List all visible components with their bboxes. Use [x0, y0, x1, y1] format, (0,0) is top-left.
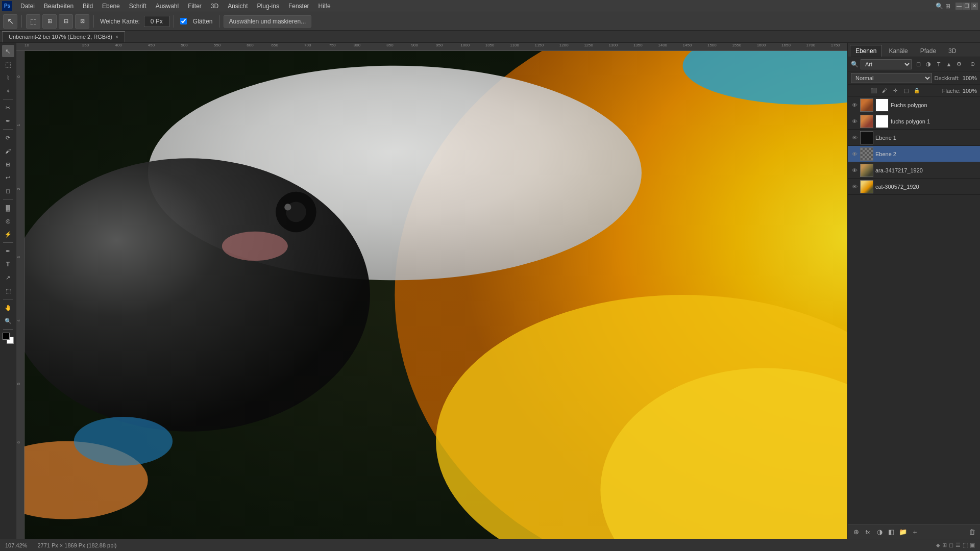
adjustment-layer-btn[interactable]: ◧	[886, 527, 896, 537]
path-select-tool[interactable]: ↗	[2, 271, 14, 284]
crop-tool[interactable]: ✂	[2, 102, 14, 114]
foreground-color-swatch[interactable]	[3, 333, 10, 340]
menu-bearbeiten[interactable]: Bearbeiten	[40, 2, 78, 11]
lock-pixels-btn[interactable]: 🖌	[880, 86, 889, 95]
hand-tool[interactable]: 🤚	[2, 302, 14, 314]
marquee-tool[interactable]: ⬚	[2, 58, 14, 70]
type-filter-btn[interactable]: T	[934, 60, 943, 69]
layer-visibility-eye[interactable]: 👁	[851, 151, 858, 158]
adjust-filter-btn[interactable]: ◑	[924, 60, 933, 69]
maximize-btn[interactable]: ❐	[963, 3, 970, 10]
dodge-tool[interactable]: ⚡	[2, 228, 14, 240]
menu-hilfe[interactable]: Hilfe	[314, 2, 335, 11]
layer-visibility-eye[interactable]: 👁	[851, 118, 858, 125]
menu-plugins[interactable]: Plug-ins	[253, 2, 283, 11]
auswahl-maskieren-btn[interactable]: Auswählen und maskieren...	[224, 15, 312, 28]
options-toolbar: ↖ ⬚ ⊞ ⊟ ⊠ Weiche Kante: Glätten Auswähle…	[0, 12, 980, 31]
brush-tool[interactable]: 🖌	[2, 145, 14, 157]
new-layer-btn[interactable]: ＋	[910, 527, 920, 537]
link-layers-btn[interactable]: ⊕	[851, 527, 861, 537]
move-tool[interactable]: ↖	[2, 45, 14, 57]
canvas-area[interactable]	[24, 51, 847, 539]
eyedropper-tool[interactable]: ✒	[2, 115, 14, 127]
shape-filter-btn[interactable]: ▲	[944, 60, 953, 69]
text-tool[interactable]: T	[2, 258, 14, 270]
layer-type-filter[interactable]: Art	[861, 59, 912, 69]
layer-item-fuchs-polygon-1[interactable]: 👁 fuchs polygon 1	[848, 113, 980, 130]
smart-filter-btn[interactable]: ⚙	[954, 60, 964, 69]
canvas-svg	[24, 51, 847, 539]
new-group-btn[interactable]: 📁	[898, 527, 908, 537]
opacity-label: Deckkraft:	[934, 75, 960, 81]
minimize-btn[interactable]: —	[955, 3, 963, 10]
ruler-top: 10 350 400 450 500 550 600 650 700 750 8…	[16, 43, 847, 51]
delete-layer-btn[interactable]: 🗑	[967, 527, 977, 537]
layer-item-ara[interactable]: 👁 ara-3417217_1920	[848, 162, 980, 179]
tab-3d[interactable]: 3D	[943, 45, 962, 57]
menu-ebene[interactable]: Ebene	[98, 2, 124, 11]
menu-filter[interactable]: Filter	[184, 2, 206, 11]
bottom-btn-5[interactable]: ▣	[970, 542, 975, 548]
menu-datei[interactable]: Datei	[16, 2, 39, 11]
quick-select-tool[interactable]: ⌖	[2, 85, 14, 97]
document-tab[interactable]: Unbenannt-2 bei 107% (Ebene 2, RGB/8) ×	[2, 31, 125, 42]
weiche-kante-input[interactable]	[144, 16, 169, 27]
workspace-btn[interactable]: ⊞	[945, 3, 950, 10]
bottom-btn-2[interactable]: ◻	[949, 542, 953, 548]
filter-toggle-btn[interactable]: ⊙	[968, 60, 977, 69]
stamp-tool[interactable]: ⊞	[2, 158, 14, 170]
menu-fenster[interactable]: Fenster	[284, 2, 313, 11]
layer-item-ebene1[interactable]: 👁 Ebene 1	[848, 130, 980, 146]
sep-tools4	[3, 242, 13, 243]
shape-tool[interactable]: ⬚	[2, 285, 14, 297]
intersect-selection-btn[interactable]: ⊠	[75, 14, 89, 29]
tab-kanaele[interactable]: Kanäle	[883, 45, 913, 57]
blend-mode-select[interactable]: Normal	[851, 73, 932, 83]
tab-pfade[interactable]: Pfade	[915, 45, 942, 57]
fill-row: ⬛ 🖌 ✛ ⬚ 🔒 Fläche: 100%	[848, 85, 980, 97]
layer-visibility-eye[interactable]: 👁	[851, 134, 858, 141]
layer-lock-icons: ⬛ 🖌 ✛ ⬚ 🔒	[869, 86, 921, 95]
layer-item-cat[interactable]: 👁 cat-300572_1920	[848, 179, 980, 195]
tool-icon-btn[interactable]: ↖	[3, 14, 17, 29]
layer-visibility-eye[interactable]: 👁	[851, 102, 858, 109]
menu-schrift[interactable]: Schrift	[125, 2, 151, 11]
pen-tool[interactable]: ✒	[2, 245, 14, 257]
layer-visibility-eye[interactable]: 👁	[851, 167, 858, 174]
pixel-filter-btn[interactable]: ◻	[914, 60, 923, 69]
bottom-btn-1[interactable]: ⊞	[942, 542, 947, 548]
eraser-tool[interactable]: ◻	[2, 185, 14, 197]
bottom-btn-4[interactable]: ⬚	[963, 542, 968, 548]
gradient-tool[interactable]: ▓	[2, 202, 14, 214]
sep-tools3	[3, 199, 13, 199]
glatten-checkbox[interactable]	[180, 18, 187, 24]
tab-ebenen[interactable]: Ebenen	[850, 45, 882, 57]
layer-mask-btn[interactable]: ◑	[874, 527, 885, 537]
zoom-tool[interactable]: 🔍	[2, 315, 14, 327]
history-brush-tool[interactable]: ↩	[2, 171, 14, 184]
layer-item-ebene2[interactable]: 👁 Ebene 2	[848, 146, 980, 162]
add-selection-btn[interactable]: ⊞	[42, 14, 57, 29]
lasso-tool[interactable]: ⌇	[2, 71, 14, 84]
ruler-left: 0 1 2 3 4 5 6	[16, 51, 24, 539]
close-btn[interactable]: ✕	[971, 3, 978, 10]
healing-brush-tool[interactable]: ⟳	[2, 132, 14, 144]
menu-auswahl[interactable]: Auswahl	[152, 2, 183, 11]
menu-ansicht[interactable]: Ansicht	[224, 2, 252, 11]
new-selection-btn[interactable]: ⬚	[26, 14, 40, 29]
layer-name-label: Ebene 1	[875, 135, 977, 141]
lock-position-btn[interactable]: ✛	[891, 86, 900, 95]
bottom-btn-3[interactable]: ☰	[955, 542, 961, 548]
lock-artboard-btn[interactable]: ⬚	[901, 86, 911, 95]
lock-transparent-btn[interactable]: ⬛	[869, 86, 878, 95]
lock-all-btn[interactable]: 🔒	[912, 86, 921, 95]
layer-effects-btn[interactable]: fx	[863, 527, 873, 537]
blur-tool[interactable]: ◎	[2, 215, 14, 227]
tab-close-btn[interactable]: ×	[115, 34, 118, 40]
menu-3d[interactable]: 3D	[207, 2, 223, 11]
layer-item-fuchs-polygon[interactable]: 👁 Fuchs polygon	[848, 97, 980, 113]
search-btn[interactable]: 🔍	[936, 3, 943, 10]
subtract-selection-btn[interactable]: ⊟	[59, 14, 73, 29]
menu-bild[interactable]: Bild	[79, 2, 97, 11]
layer-visibility-eye[interactable]: 👁	[851, 183, 858, 190]
